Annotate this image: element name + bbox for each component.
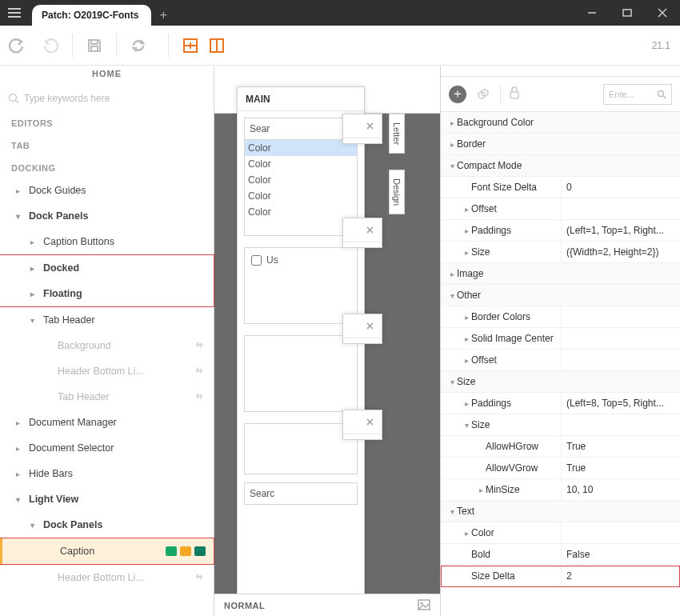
link-icon bbox=[194, 366, 204, 378]
preview-floating-panel[interactable]: × bbox=[342, 218, 382, 248]
home-label: HOME bbox=[0, 66, 214, 86]
tree-lv-dockpanels[interactable]: ▾Dock Panels bbox=[0, 512, 214, 538]
property-value[interactable]: (Left=1, Top=1, Right... bbox=[561, 220, 680, 241]
property-row[interactable]: ▸Size({Width=2, Height=2}) bbox=[441, 242, 680, 263]
list-item[interactable]: Color bbox=[245, 156, 357, 172]
preview-floating-panel[interactable]: × bbox=[342, 114, 382, 144]
layout-vsplit-button[interactable] bbox=[174, 26, 207, 66]
tree-dock-guides[interactable]: ▸Dock Guides bbox=[0, 178, 214, 203]
panel-search-input[interactable] bbox=[244, 118, 358, 140]
property-value bbox=[561, 522, 680, 543]
left-search-input[interactable]: Type keywords here bbox=[8, 93, 206, 104]
property-row[interactable]: ▾Size bbox=[441, 414, 680, 436]
property-grid[interactable]: ▸Background Color▸Border▾Compact ModeFon… bbox=[441, 112, 680, 616]
property-value[interactable]: 10, 10 bbox=[561, 479, 680, 500]
tree-tab-header[interactable]: ▾Tab Header bbox=[0, 307, 214, 333]
property-row[interactable]: ▸Solid Image Center bbox=[441, 328, 680, 350]
close-button[interactable] bbox=[645, 0, 680, 26]
palette-button[interactable] bbox=[474, 86, 492, 103]
property-key: ▸Border bbox=[441, 138, 561, 150]
property-row[interactable]: ▾Text bbox=[441, 501, 680, 522]
tree-doc-manager[interactable]: ▸Document Manager bbox=[0, 410, 214, 435]
property-key: ▸Color bbox=[441, 527, 561, 538]
property-row[interactable]: ▸Border Colors bbox=[441, 306, 680, 328]
category-editors: EDITORS bbox=[0, 110, 214, 133]
add-button[interactable]: ＋ bbox=[449, 86, 466, 103]
link-icon bbox=[194, 572, 204, 584]
property-row[interactable]: ▸MinSize10, 10 bbox=[441, 479, 680, 501]
property-key: AllowHGrow bbox=[441, 441, 561, 452]
list-item[interactable]: Color bbox=[245, 140, 357, 156]
property-key: ▾Size bbox=[441, 419, 561, 430]
property-value[interactable]: True bbox=[561, 436, 680, 457]
tab-title: Patch: O2019C-Fonts bbox=[42, 10, 138, 21]
property-row[interactable]: ▸Paddings(Left=1, Top=1, Right... bbox=[441, 220, 680, 242]
property-row[interactable]: BoldFalse bbox=[441, 544, 680, 566]
property-key: ▸Offset bbox=[441, 203, 561, 214]
list-item[interactable]: Color bbox=[245, 172, 357, 188]
property-row[interactable]: AllowVGrowTrue bbox=[441, 458, 680, 479]
close-icon[interactable]: × bbox=[366, 119, 374, 134]
property-row[interactable]: ▸Offset bbox=[441, 198, 680, 220]
tree-dock-panels[interactable]: ▾Dock Panels bbox=[0, 203, 214, 229]
property-key: ▸Border Colors bbox=[441, 311, 561, 322]
refresh-button[interactable] bbox=[122, 26, 155, 66]
tree-hide-bars[interactable]: ▸Hide Bars bbox=[0, 461, 214, 486]
side-tab-letter[interactable]: Letter bbox=[389, 114, 405, 154]
close-icon[interactable]: × bbox=[366, 415, 374, 430]
tree-lv-hbl[interactable]: Header Bottom Li... bbox=[0, 565, 214, 590]
property-row[interactable]: ▸Background Color bbox=[441, 112, 680, 134]
property-row[interactable]: ▾Size bbox=[441, 371, 680, 393]
save-button[interactable] bbox=[78, 26, 111, 66]
property-row[interactable]: ▸Border bbox=[441, 134, 680, 155]
document-tab[interactable]: Patch: O2019C-Fonts bbox=[32, 5, 151, 26]
panel-bottom-search-input[interactable] bbox=[244, 482, 358, 505]
side-tab-design[interactable]: Design bbox=[389, 170, 405, 214]
property-value[interactable]: 0 bbox=[561, 177, 680, 198]
minimize-button[interactable] bbox=[574, 0, 610, 26]
list-item[interactable]: Color bbox=[245, 204, 357, 220]
right-search-input[interactable]: Ente... bbox=[603, 84, 672, 105]
property-row[interactable]: ▸Offset bbox=[441, 350, 680, 371]
image-icon[interactable] bbox=[418, 599, 430, 612]
tree-th-tabheader[interactable]: Tab Header bbox=[0, 384, 214, 410]
maximize-button[interactable] bbox=[610, 0, 645, 26]
close-icon[interactable]: × bbox=[366, 319, 374, 334]
property-value[interactable]: False bbox=[561, 544, 680, 565]
property-value[interactable]: True bbox=[561, 458, 680, 478]
tree-floating[interactable]: ▸Floating bbox=[0, 281, 214, 306]
tree-caption-buttons[interactable]: ▸Caption Buttons bbox=[0, 229, 214, 254]
tree-docked[interactable]: ▸Docked bbox=[0, 255, 214, 281]
panel-checkbox[interactable]: Us bbox=[251, 254, 350, 266]
hamburger-icon[interactable] bbox=[0, 0, 29, 26]
preview-floating-panel[interactable]: × bbox=[342, 410, 382, 440]
property-value[interactable]: (Left=8, Top=5, Right... bbox=[561, 393, 680, 414]
property-row[interactable]: Size Delta2 bbox=[441, 566, 680, 587]
property-value[interactable]: 2 bbox=[561, 566, 680, 586]
svg-point-12 bbox=[10, 94, 17, 102]
property-row[interactable]: ▸Paddings(Left=8, Top=5, Right... bbox=[441, 393, 680, 414]
undo-button[interactable] bbox=[0, 26, 34, 66]
property-value[interactable]: ({Width=2, Height=2}) bbox=[561, 242, 680, 262]
property-row[interactable]: ▾Other bbox=[441, 285, 680, 306]
property-row[interactable]: ▸Color bbox=[441, 522, 680, 544]
tree-th-background[interactable]: Background bbox=[0, 333, 214, 358]
property-row[interactable]: AllowHGrowTrue bbox=[441, 436, 680, 458]
list-item[interactable]: Color bbox=[245, 188, 357, 204]
new-tab-button[interactable]: + bbox=[151, 5, 175, 26]
lock-button[interactable] bbox=[509, 86, 520, 103]
link-icon bbox=[194, 340, 204, 352]
tree-th-bottom[interactable]: Header Bottom Li... bbox=[0, 358, 214, 384]
preview-floating-panel[interactable]: × bbox=[342, 314, 382, 344]
property-row[interactable]: ▸Image bbox=[441, 263, 680, 285]
redo-button[interactable] bbox=[34, 26, 67, 66]
view-mode-label[interactable]: NORMAL bbox=[224, 601, 265, 610]
tree-light-view[interactable]: ▾Light View bbox=[0, 486, 214, 512]
close-icon[interactable]: × bbox=[366, 223, 374, 238]
property-row[interactable]: Font Size Delta0 bbox=[441, 177, 680, 198]
layout-hsplit-button[interactable] bbox=[207, 26, 226, 66]
tree-lv-caption[interactable]: Caption bbox=[0, 538, 214, 564]
property-row[interactable]: ▾Compact Mode bbox=[441, 155, 680, 177]
category-tab: TAB bbox=[0, 133, 214, 155]
tree-doc-selector[interactable]: ▸Document Selector bbox=[0, 435, 214, 461]
